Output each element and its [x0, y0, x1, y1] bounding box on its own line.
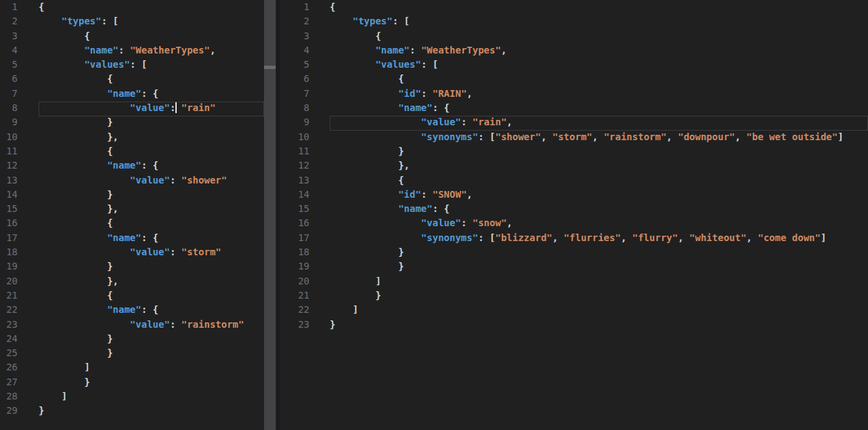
line-number[interactable]: 13	[0, 173, 18, 188]
code-line[interactable]: 23 "value": "rainstorm"	[0, 318, 264, 332]
code-line[interactable]: 24 }	[0, 332, 264, 346]
code-line[interactable]: 7 "name": {	[0, 87, 264, 101]
code-line[interactable]: 27 }	[0, 375, 264, 389]
code-line[interactable]: 23}	[280, 318, 868, 332]
code-line[interactable]: 6 {	[0, 72, 264, 86]
code-line[interactable]: 4 "name": "WeatherTypes",	[0, 43, 264, 58]
code-line[interactable]: 3 {	[280, 29, 868, 43]
code-line[interactable]: 28 ]	[0, 389, 264, 404]
line-number[interactable]: 3	[280, 29, 309, 43]
code-line[interactable]: 12 "name": {	[0, 158, 264, 173]
line-number[interactable]: 22	[280, 303, 309, 317]
code-line[interactable]: 5 "values": [	[280, 58, 868, 72]
left-pane-scrollbar[interactable]	[264, 0, 276, 430]
code-line[interactable]: 2 "types": [	[0, 14, 264, 28]
code-line[interactable]: 19 }	[0, 259, 264, 274]
code-line[interactable]: 10 },	[0, 130, 264, 144]
line-number[interactable]: 21	[280, 288, 309, 303]
line-number[interactable]: 10	[280, 130, 309, 144]
code-line[interactable]: 1{	[0, 0, 264, 14]
line-number[interactable]: 3	[0, 29, 18, 43]
code-line[interactable]: 12 },	[280, 158, 868, 173]
line-number[interactable]: 16	[0, 216, 18, 230]
line-number[interactable]: 28	[0, 389, 18, 404]
code-line[interactable]: 13 {	[280, 173, 868, 188]
line-number[interactable]: 21	[0, 288, 18, 303]
code-line[interactable]: 2 "types": [	[280, 14, 868, 28]
code-line[interactable]: 8 "value": "rain"	[0, 101, 264, 115]
code-line[interactable]: 20 },	[0, 274, 264, 288]
code-line[interactable]: 9 }	[0, 115, 264, 129]
code-line[interactable]: 26 ]	[0, 360, 264, 374]
line-number[interactable]: 6	[280, 72, 309, 86]
code-line[interactable]: 4 "name": "WeatherTypes",	[280, 43, 868, 58]
line-number[interactable]: 20	[0, 274, 18, 288]
line-number[interactable]: 11	[280, 144, 309, 158]
line-number[interactable]: 15	[280, 202, 309, 216]
line-number[interactable]: 7	[280, 87, 309, 101]
line-number[interactable]: 5	[280, 58, 309, 72]
line-number[interactable]: 12	[280, 158, 309, 173]
code-line[interactable]: 29}	[0, 404, 264, 418]
code-line[interactable]: 21 {	[0, 288, 264, 303]
editor-pane-left[interactable]: 1{2 "types": [3 {4 "name": "WeatherTypes…	[0, 0, 264, 430]
line-number[interactable]: 4	[0, 43, 18, 58]
line-number[interactable]: 20	[280, 274, 309, 288]
code-line[interactable]: 25 }	[0, 346, 264, 360]
code-line[interactable]: 11 {	[0, 144, 264, 158]
line-number[interactable]: 24	[0, 332, 18, 346]
line-number[interactable]: 19	[280, 259, 309, 274]
line-number[interactable]: 4	[280, 43, 309, 58]
code-line[interactable]: 9 "value": "rain",	[280, 115, 868, 129]
line-number[interactable]: 13	[280, 173, 309, 188]
line-number[interactable]: 17	[280, 231, 309, 245]
code-line[interactable]: 17 "name": {	[0, 231, 264, 245]
code-line[interactable]: 7 "id": "RAIN",	[280, 87, 868, 101]
line-number[interactable]: 23	[280, 318, 309, 332]
editor-pane-right[interactable]: 1{2 "types": [3 {4 "name": "WeatherTypes…	[280, 0, 868, 430]
line-number[interactable]: 14	[0, 188, 18, 202]
line-number[interactable]: 26	[0, 360, 18, 374]
line-number[interactable]: 9	[0, 115, 18, 129]
line-number[interactable]: 7	[0, 87, 18, 101]
code-line[interactable]: 11 }	[280, 144, 868, 158]
line-number[interactable]: 12	[0, 158, 18, 173]
line-number[interactable]: 8	[0, 101, 18, 115]
line-number[interactable]: 5	[0, 58, 18, 72]
line-number[interactable]: 14	[280, 188, 309, 202]
code-line[interactable]: 3 {	[0, 29, 264, 43]
line-number[interactable]: 2	[280, 14, 309, 28]
line-number[interactable]: 2	[0, 14, 18, 28]
code-line[interactable]: 13 "value": "shower"	[0, 173, 264, 188]
code-line[interactable]: 14 "id": "SNOW",	[280, 188, 868, 202]
code-line[interactable]: 14 }	[0, 188, 264, 202]
code-line[interactable]: 15 },	[0, 202, 264, 216]
line-number[interactable]: 15	[0, 202, 18, 216]
line-number[interactable]: 17	[0, 231, 18, 245]
line-number[interactable]: 6	[0, 72, 18, 86]
code-line[interactable]: 18 }	[280, 245, 868, 259]
code-line[interactable]: 16 "value": "snow",	[280, 216, 868, 230]
code-line[interactable]: 6 {	[280, 72, 868, 86]
line-number[interactable]: 8	[280, 101, 309, 115]
code-line[interactable]: 1{	[280, 0, 868, 14]
line-number[interactable]: 18	[0, 245, 18, 259]
line-number[interactable]: 19	[0, 259, 18, 274]
line-number[interactable]: 25	[0, 346, 18, 360]
code-line[interactable]: 22 "name": {	[0, 303, 264, 317]
code-line[interactable]: 19 }	[280, 259, 868, 274]
code-line[interactable]: 8 "name": {	[280, 101, 868, 115]
line-number[interactable]: 29	[0, 404, 18, 418]
line-number[interactable]: 16	[280, 216, 309, 230]
line-number[interactable]: 23	[0, 318, 18, 332]
line-number[interactable]: 11	[0, 144, 18, 158]
line-number[interactable]: 10	[0, 130, 18, 144]
code-line[interactable]: 10 "synonyms": ["shower", "storm", "rain…	[280, 130, 868, 144]
code-line[interactable]: 22 ]	[280, 303, 868, 317]
code-line[interactable]: 20 ]	[280, 274, 868, 288]
code-line[interactable]: 16 {	[0, 216, 264, 230]
code-line[interactable]: 18 "value": "storm"	[0, 245, 264, 259]
line-number[interactable]: 1	[280, 0, 309, 14]
code-line[interactable]: 15 "name": {	[280, 202, 868, 216]
line-number[interactable]: 1	[0, 0, 18, 14]
